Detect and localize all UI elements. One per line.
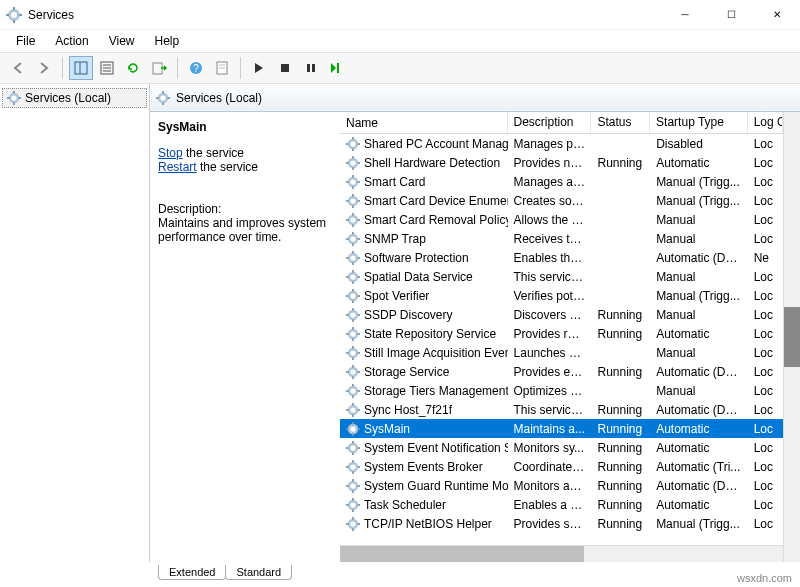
vertical-scrollbar[interactable]	[783, 112, 800, 562]
forward-button[interactable]	[32, 56, 56, 80]
properties-button[interactable]	[95, 56, 119, 80]
service-startup: Manual	[650, 270, 748, 284]
column-startup[interactable]: Startup Type	[650, 112, 748, 133]
service-name: SNMP Trap	[364, 232, 426, 246]
gear-icon	[346, 479, 360, 493]
help-icon: ?	[188, 60, 204, 76]
menu-help[interactable]: Help	[145, 32, 190, 50]
service-logon: Loc	[748, 156, 783, 170]
stop-service-button[interactable]	[273, 56, 297, 80]
service-description: This service i...	[508, 270, 592, 284]
svg-text:?: ?	[193, 63, 199, 74]
service-row[interactable]: Software ProtectionEnables the ...Automa…	[340, 248, 783, 267]
gear-icon	[346, 384, 360, 398]
panel-header: Services (Local)	[150, 84, 800, 112]
service-name: Smart Card Device Enumerat...	[364, 194, 508, 208]
stop-suffix: the service	[183, 146, 244, 160]
service-logon: Loc	[748, 194, 783, 208]
service-row[interactable]: Sync Host_7f21fThis service ...RunningAu…	[340, 400, 783, 419]
service-logon: Loc	[748, 479, 783, 493]
service-description: Provides sup...	[508, 517, 592, 531]
svg-rect-12	[153, 63, 162, 74]
menu-action[interactable]: Action	[45, 32, 98, 50]
service-row[interactable]: Smart Card Device Enumerat...Creates sof…	[340, 191, 783, 210]
scrollbar-thumb[interactable]	[784, 307, 800, 367]
service-name: Smart Card	[364, 175, 425, 189]
service-row[interactable]: Shell Hardware DetectionProvides not...R…	[340, 153, 783, 172]
restart-service-button[interactable]	[325, 56, 349, 80]
service-row[interactable]: SSDP DiscoveryDiscovers ne...RunningManu…	[340, 305, 783, 324]
service-startup: Manual (Trigg...	[650, 517, 748, 531]
refresh-button[interactable]	[121, 56, 145, 80]
service-description: Provides not...	[508, 156, 592, 170]
column-status[interactable]: Status	[591, 112, 650, 133]
maximize-button[interactable]: ☐	[708, 0, 754, 30]
service-status: Running	[591, 365, 650, 379]
service-status: Running	[591, 403, 650, 417]
service-row[interactable]: Task SchedulerEnables a us...RunningAuto…	[340, 495, 783, 514]
horizontal-scrollbar[interactable]	[340, 545, 783, 562]
menu-file[interactable]: File	[6, 32, 45, 50]
column-description[interactable]: Description	[508, 112, 592, 133]
service-row[interactable]: System Event Notification S...Monitors s…	[340, 438, 783, 457]
minimize-button[interactable]: ─	[662, 0, 708, 30]
column-logon[interactable]: Log On As	[748, 112, 783, 133]
app-icon	[6, 7, 22, 23]
properties-page-button[interactable]	[210, 56, 234, 80]
service-description: Verifies pote...	[508, 289, 592, 303]
service-description: Discovers ne...	[508, 308, 592, 322]
service-row[interactable]: State Repository ServiceProvides req...R…	[340, 324, 783, 343]
stop-service-link[interactable]: Stop	[158, 146, 183, 160]
service-row[interactable]: Shared PC Account ManagerManages pr...Di…	[340, 134, 783, 153]
tree-view-icon	[73, 60, 89, 76]
description-label: Description:	[158, 202, 332, 216]
show-hide-tree-button[interactable]	[69, 56, 93, 80]
service-row[interactable]: Still Image Acquisition EventsLaunches a…	[340, 343, 783, 362]
help-button[interactable]: ?	[184, 56, 208, 80]
service-row[interactable]: Smart CardManages ac...Manual (Trigg...L…	[340, 172, 783, 191]
play-icon	[253, 62, 265, 74]
tree-item-services-local[interactable]: Services (Local)	[2, 88, 147, 108]
service-name: Task Scheduler	[364, 498, 446, 512]
gear-icon	[7, 91, 21, 105]
start-service-button[interactable]	[247, 56, 271, 80]
gear-icon	[346, 422, 360, 436]
close-button[interactable]: ✕	[754, 0, 800, 30]
service-name: Storage Tiers Management	[364, 384, 508, 398]
gear-icon	[346, 194, 360, 208]
export-button[interactable]	[147, 56, 171, 80]
service-startup: Automatic	[650, 327, 748, 341]
service-row[interactable]: Smart Card Removal PolicyAllows the s...…	[340, 210, 783, 229]
description-text: Maintains and improves system performanc…	[158, 216, 332, 244]
service-name: Shell Hardware Detection	[364, 156, 500, 170]
service-logon: Loc	[748, 175, 783, 189]
service-name: Shared PC Account Manager	[364, 137, 508, 151]
service-row[interactable]: System Events BrokerCoordinates ...Runni…	[340, 457, 783, 476]
restart-service-link[interactable]: Restart	[158, 160, 197, 174]
service-startup: Automatic	[650, 498, 748, 512]
scrollbar-thumb[interactable]	[340, 546, 584, 562]
gear-icon	[346, 175, 360, 189]
tab-extended[interactable]: Extended	[158, 565, 226, 580]
service-row[interactable]: Storage Tiers ManagementOptimizes th...M…	[340, 381, 783, 400]
service-row[interactable]: Spatial Data ServiceThis service i...Man…	[340, 267, 783, 286]
menu-view[interactable]: View	[99, 32, 145, 50]
svg-rect-20	[312, 64, 315, 72]
service-row[interactable]: System Guard Runtime Mon...Monitors and.…	[340, 476, 783, 495]
service-row[interactable]: SysMainMaintains a...RunningAutomaticLoc	[340, 419, 783, 438]
pause-service-button[interactable]	[299, 56, 323, 80]
gear-icon	[346, 327, 360, 341]
back-button[interactable]	[6, 56, 30, 80]
service-startup: Automatic (Tri...	[650, 460, 748, 474]
service-startup: Manual	[650, 308, 748, 322]
service-row[interactable]: SNMP TrapReceives tra...ManualLoc	[340, 229, 783, 248]
gear-icon	[156, 91, 170, 105]
gear-icon	[346, 498, 360, 512]
service-row[interactable]: Spot VerifierVerifies pote...Manual (Tri…	[340, 286, 783, 305]
gear-icon	[346, 270, 360, 284]
tab-standard[interactable]: Standard	[225, 565, 292, 580]
properties-icon	[99, 60, 115, 76]
service-row[interactable]: TCP/IP NetBIOS HelperProvides sup...Runn…	[340, 514, 783, 533]
service-row[interactable]: Storage ServiceProvides ena...RunningAut…	[340, 362, 783, 381]
column-name[interactable]: Name	[340, 112, 508, 133]
